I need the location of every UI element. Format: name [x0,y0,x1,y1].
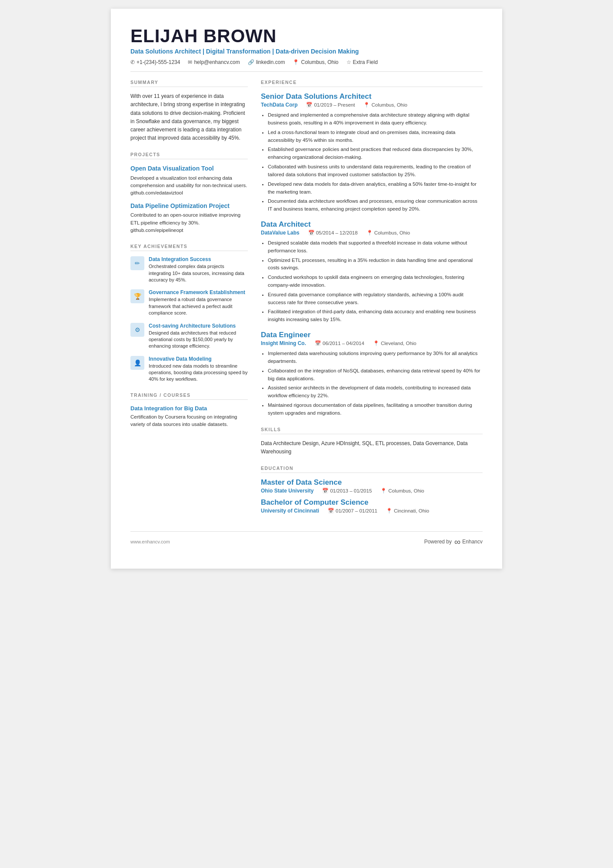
skills-text: Data Architecture Design, Azure HDInsigh… [261,439,483,456]
bullet-1-1: Designed and implemented a comprehensive… [268,111,483,127]
candidate-name: ELIJAH BROWN [130,26,483,46]
achievement-title-2: Governance Framework Establishment [149,289,248,295]
edu-meta-1: Ohio State University 📅 01/2013 – 01/201… [261,488,483,494]
job-company-1: TechData Corp [261,102,297,108]
edu-location-2: 📍 Cincinnati, Ohio [386,508,429,514]
training-title-1: Data Integration for Big Data [130,405,248,412]
edu-date-2: 📅 01/2007 – 01/2011 [328,508,377,514]
achievement-title-1: Data Integration Success [149,256,248,262]
linkedin-text: linkedin.com [256,59,285,65]
job-location-3: 📍 Cleveland, Ohio [373,340,416,346]
bullet-3-1: Implemented data warehousing solutions i… [268,350,483,365]
job-title-3: Data Engineer [261,331,483,339]
job-meta-3: Insight Mining Co. 📅 06/2011 – 04/2014 📍… [261,340,483,346]
summary-label: SUMMARY [130,80,248,87]
achievement-item-4: 👤 Innovative Data Modeling Introduced ne… [130,356,248,383]
project-desc-2: Contributed to an open-source initiative… [130,211,248,234]
footer-brand: Powered by ∞ Enhancv [424,537,483,547]
achievement-desc-2: Implemented a robust data governance fra… [149,296,248,316]
edu-item-2: Bachelor of Computer Science University … [261,498,483,514]
email-icon: ✉ [188,59,192,65]
training-label: TRAINING / COURSES [130,392,248,400]
achievement-desc-4: Introduced new data models to streamline… [149,363,248,383]
contact-location: 📍 Columbus, Ohio [293,59,338,65]
header: ELIJAH BROWN Data Solutions Architect | … [130,26,483,72]
contact-bar: ✆ +1-(234)-555-1234 ✉ help@enhancv.com 🔗… [130,59,483,72]
project-item-1: Open Data Visualization Tool Developed a… [130,164,248,197]
left-column: SUMMARY With over 11 years of experience… [130,80,248,518]
bullet-2-1: Designed scalable data models that suppo… [268,239,483,255]
phone-text: +1-(234)-555-1234 [137,59,180,65]
bullet-3-2: Collaborated on the integration of NoSQL… [268,367,483,383]
job-date-1: 📅 01/2019 – Present [306,102,355,108]
skills-label: SKILLS [261,427,483,434]
bullet-3-4: Maintained rigorous documentation of dat… [268,402,483,417]
achievement-item-2: 🏆 Governance Framework Establishment Imp… [130,289,248,316]
edu-location-1: 📍 Columbus, Ohio [380,488,424,494]
job-location-1: 📍 Columbus, Ohio [363,102,407,108]
pin-icon-1: 📍 [363,102,370,108]
job-3: Data Engineer Insight Mining Co. 📅 06/20… [261,331,483,417]
edu-school-2: University of Cincinnati [261,508,319,514]
achievement-desc-3: Designed data architectures that reduced… [149,330,248,350]
body-columns: SUMMARY With over 11 years of experience… [130,80,483,518]
edu-degree-2: Bachelor of Computer Science [261,498,483,507]
job-bullets-3: Implemented data warehousing solutions i… [261,350,483,417]
achievements-label: KEY ACHIEVEMENTS [130,244,248,251]
achievement-icon-4: 👤 [130,356,144,370]
education-label: EDUCATION [261,466,483,473]
edu-school-1: Ohio State University [261,488,313,494]
achievement-item-3: ⚙ Cost-saving Architecture Solutions Des… [130,323,248,350]
footer-website: www.enhancv.com [130,539,170,544]
contact-email: ✉ help@enhancv.com [188,59,240,65]
job-company-3: Insight Mining Co. [261,340,306,346]
achievement-title-3: Cost-saving Architecture Solutions [149,323,248,329]
contact-phone: ✆ +1-(234)-555-1234 [130,59,180,65]
location-icon: 📍 [293,59,299,65]
job-1: Senior Data Solutions Architect TechData… [261,92,483,213]
candidate-title: Data Solutions Architect | Digital Trans… [130,48,483,55]
location-text: Columbus, Ohio [301,59,338,65]
bullet-2-2: Optimized ETL processes, resulting in a … [268,257,483,272]
bullet-2-4: Ensured data governance compliance with … [268,291,483,307]
bullet-3-3: Assisted senior architects in the develo… [268,384,483,400]
email-text: help@enhancv.com [194,59,240,65]
job-location-2: 📍 Columbus, Ohio [366,230,410,236]
project-title-2: Data Pipeline Optimization Project [130,202,248,210]
summary-text: With over 11 years of experience in data… [130,92,248,142]
job-title-2: Data Architect [261,220,483,229]
achievement-icon-1: ✏ [130,256,144,270]
edu-degree-1: Master of Data Science [261,478,483,487]
footer: www.enhancv.com Powered by ∞ Enhancv [130,531,483,547]
bullet-1-3: Established governance policies and best… [268,146,483,161]
calendar-edu-icon-1: 📅 [322,488,328,494]
bullet-2-3: Conducted workshops to upskill data engi… [268,274,483,289]
project-desc-1: Developed a visualization tool enhancing… [130,174,248,197]
pin-edu-icon-2: 📍 [386,508,392,514]
pin-icon-3: 📍 [373,340,379,346]
edu-meta-2: University of Cincinnati 📅 01/2007 – 01/… [261,508,483,514]
projects-label: PROJECTS [130,152,248,159]
contact-extra: ☆ Extra Field [346,59,378,65]
achievement-title-4: Innovative Data Modeling [149,356,248,362]
resume-page: ELIJAH BROWN Data Solutions Architect | … [111,9,502,569]
calendar-icon-2: 📅 [308,230,314,236]
linkedin-icon: 🔗 [248,59,254,65]
calendar-icon-1: 📅 [306,102,312,108]
training-desc-1: Certification by Coursera focusing on in… [130,413,248,429]
phone-icon: ✆ [130,59,135,65]
project-item-2: Data Pipeline Optimization Project Contr… [130,202,248,234]
project-title-1: Open Data Visualization Tool [130,164,248,172]
achievement-desc-1: Orchestrated complex data projects integ… [149,263,248,283]
bullet-1-4: Collaborated with business units to unde… [268,163,483,179]
job-date-2: 📅 05/2014 – 12/2018 [308,230,358,236]
bullet-2-5: Facilitated integration of third-party d… [268,308,483,324]
calendar-edu-icon-2: 📅 [328,508,334,514]
bullet-1-5: Developed new data models for data-drive… [268,181,483,196]
star-icon: ☆ [346,59,351,65]
enhancv-logo: ∞ Enhancv [454,537,483,547]
job-title-1: Senior Data Solutions Architect [261,92,483,101]
pin-edu-icon-1: 📍 [380,488,386,494]
training-item-1: Data Integration for Big Data Certificat… [130,405,248,429]
extra-text: Extra Field [353,59,378,65]
